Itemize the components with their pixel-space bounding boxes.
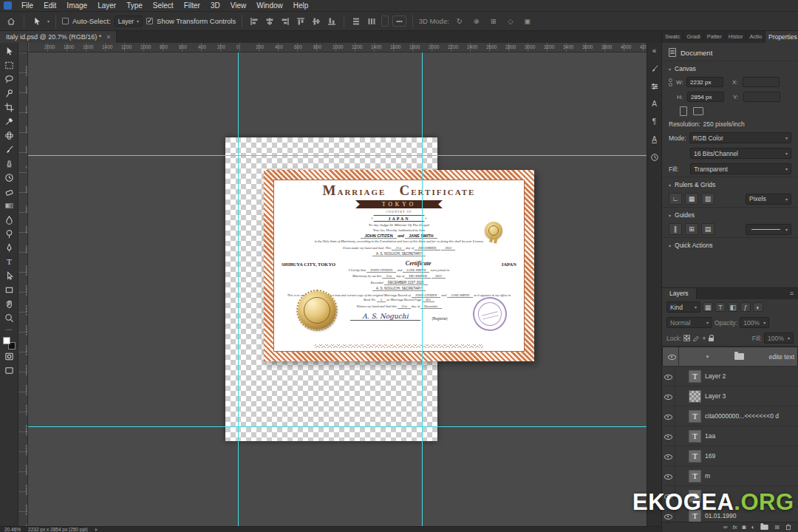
status-menu-arrow-icon[interactable] [95,528,98,531]
foreground-color-swatch[interactable] [3,337,10,344]
pixel-layer-thumbnail[interactable] [689,390,701,403]
lock-guides-button[interactable]: ⊞ [685,223,698,235]
menu-edit[interactable]: Edit [38,0,61,12]
visibility-toggle[interactable] [666,347,679,366]
constrain-link-icon[interactable] [669,78,672,86]
menu-help[interactable]: Help [288,0,314,12]
canvas-area[interactable]: 2000180016001400120010008006004002000200… [18,43,647,526]
close-tab-icon[interactable]: × [106,33,110,41]
orientation-portrait-button[interactable] [680,106,687,116]
visibility-toggle[interactable] [662,406,675,426]
lock-transparency-icon[interactable] [683,335,690,341]
align-top-icon[interactable] [295,16,307,27]
canvas-fill-select[interactable]: Transparent▾ [690,163,791,174]
gradient-tool[interactable] [1,199,18,213]
group-expand-caret-icon[interactable]: ▼ [706,355,710,359]
text-layer-thumbnail[interactable]: T [689,430,701,443]
zoom-tool[interactable] [1,311,18,325]
align-center-horizontal-icon[interactable] [264,16,276,27]
auto-select-checkbox[interactable] [62,18,69,24]
character-panel-icon[interactable]: A [649,98,661,109]
delete-layer-icon[interactable] [785,523,792,532]
path-selection-tool[interactable] [1,269,18,283]
pen-tool[interactable] [1,241,18,255]
guide-style-select[interactable]: ▾ [746,224,791,235]
crop-tool[interactable] [1,100,18,115]
horizontal-guide-top[interactable] [28,155,647,156]
filter-pixel-layers-icon[interactable]: ▦ [703,302,713,312]
lock-position-icon[interactable]: + [702,335,706,342]
eyedropper-tool[interactable] [1,115,18,129]
lock-all-icon[interactable] [709,338,714,341]
orientation-landscape-button[interactable] [693,107,703,115]
screen-mode-button[interactable] [1,364,18,378]
tab-histories[interactable]: Histor [726,31,747,43]
menu-select[interactable]: Select [148,0,179,12]
new-layer-icon[interactable]: ⊞ [774,524,780,531]
blend-mode-select[interactable]: Normal▾ [666,317,712,328]
layer-mask-icon[interactable]: ◙ [743,524,746,531]
menu-layer[interactable]: Layer [92,0,121,12]
hand-tool[interactable] [1,297,18,311]
move-tool-caret-icon[interactable]: ▾ [47,18,50,24]
shape-tool[interactable] [1,283,18,297]
canvas-section-header[interactable]: ▾Canvas [662,61,798,75]
filter-type-layers-icon[interactable]: T [715,302,726,312]
layer-row[interactable]: T 1aa [662,426,798,446]
color-mode-select[interactable]: RGB Color▾ [689,132,791,143]
document-tab[interactable]: Italy id.psd @ 20.7% (RGB/16) * × [0,31,117,43]
visibility-toggle[interactable] [662,446,675,466]
layer-row[interactable]: T m [662,466,798,486]
align-middle-icon[interactable] [310,16,322,27]
healing-brush-tool[interactable] [1,129,18,143]
layer-style-icon[interactable]: fx [732,524,737,531]
layers-panel-menu-icon[interactable]: ≡ [785,288,798,299]
bit-depth-select[interactable]: 16 Bits/Channel▾ [690,148,791,159]
history-panel-icon[interactable] [649,151,661,163]
zoom-level[interactable]: 20.46% [4,527,21,532]
layer-row[interactable]: T Layer 2 [662,366,798,386]
filter-smart-objects-icon[interactable]: ƒ [740,302,751,312]
type-tool[interactable]: T [1,255,18,269]
align-right-icon[interactable] [279,16,291,27]
brushes-panel-icon[interactable] [649,81,661,92]
toggle-guides-button[interactable]: ∥ [669,223,682,235]
toggle-rulers-button[interactable]: ∟ [669,193,682,205]
clone-stamp-tool[interactable] [1,157,18,171]
history-brush-tool[interactable] [1,171,18,185]
menu-image[interactable]: Image [61,0,92,12]
tab-swatches[interactable]: Swatc [662,31,683,43]
align-more-button[interactable]: ••• [392,16,406,27]
align-left-icon[interactable] [248,16,260,27]
align-bottom-icon[interactable] [326,16,338,27]
text-layer-thumbnail[interactable]: T [689,410,701,423]
move-tool-icon[interactable] [30,15,44,28]
opacity-input[interactable]: 100%▾ [740,317,769,328]
link-layers-icon[interactable]: ∞ [723,524,728,531]
vertical-guide-left[interactable] [238,52,239,526]
menu-3d[interactable]: 3D [205,0,225,12]
menu-view[interactable]: View [225,0,252,12]
toggle-grid-button[interactable]: ▦ [685,193,698,205]
home-icon[interactable] [4,15,18,28]
visibility-toggle[interactable] [662,386,675,406]
3d-orbit-icon[interactable]: ↻ [453,15,466,28]
visibility-toggle[interactable] [662,366,675,386]
show-transform-checkbox[interactable] [146,18,153,24]
guides-section-header[interactable]: ▾Guides [662,207,798,221]
lasso-tool[interactable] [1,72,18,86]
3d-roll-icon[interactable]: ⊕ [470,15,483,28]
menu-type[interactable]: Type [121,0,148,12]
fill-input[interactable]: 100%▾ [764,332,794,344]
brush-settings-panel-icon[interactable] [649,63,661,74]
tab-layers[interactable]: Layers [662,288,697,299]
glyphs-panel-icon[interactable]: A [649,134,661,145]
quick-actions-section-header[interactable]: ▾Quick Actions [662,237,798,251]
layer-row[interactable]: Layer 3 [662,386,798,406]
new-group-icon[interactable] [761,525,768,530]
filter-adjustment-layers-icon[interactable]: ◐ [753,302,763,312]
3d-slide-icon[interactable]: ◇ [504,15,517,28]
canvas-width-input[interactable]: 2232 px [686,77,723,87]
distribute-horizontal-icon[interactable] [366,16,378,27]
adjustment-layer-icon[interactable]: ◐ [751,524,754,531]
